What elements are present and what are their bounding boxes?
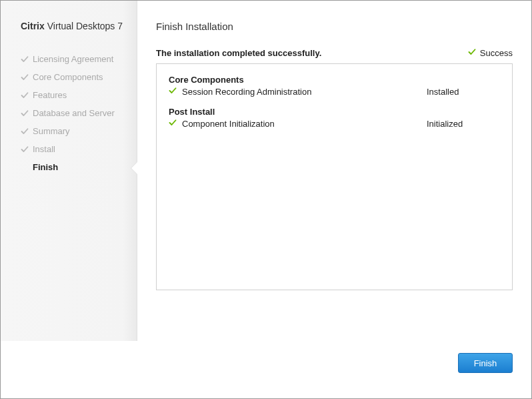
check-icon bbox=[21, 127, 29, 135]
product-title-name: Virtual Desktops 7 bbox=[45, 21, 123, 31]
status-row: The installation completed successfully.… bbox=[156, 48, 513, 58]
result-item-state: Installed bbox=[427, 87, 500, 97]
wizard-step: Database and Server bbox=[21, 104, 137, 122]
content-area: Finish Installation The installation com… bbox=[137, 1, 531, 341]
status-message: The installation completed successfully. bbox=[156, 48, 321, 58]
check-icon bbox=[169, 119, 178, 129]
check-icon bbox=[21, 73, 29, 81]
wizard-step-label: Database and Server bbox=[33, 108, 115, 118]
wizard-step: Features bbox=[21, 86, 137, 104]
result-item: Session Recording AdministrationInstalle… bbox=[169, 86, 500, 97]
wizard-step: Install bbox=[21, 140, 137, 158]
finish-button[interactable]: Finish bbox=[458, 353, 513, 373]
result-item-state: Initialized bbox=[427, 119, 500, 129]
sidebar: Citrix Virtual Desktops 7 Licensing Agre… bbox=[1, 1, 137, 341]
result-item-name: Component Initialization bbox=[182, 119, 427, 129]
check-icon bbox=[21, 145, 29, 153]
wizard-step: Licensing Agreement bbox=[21, 50, 137, 68]
section-title: Core Components bbox=[169, 75, 500, 85]
wizard-step-label: Features bbox=[33, 90, 67, 100]
page-title: Finish Installation bbox=[156, 21, 513, 32]
wizard-step: Summary bbox=[21, 122, 137, 140]
step-indicator-notch bbox=[131, 162, 137, 174]
result-item: Component InitializationInitialized bbox=[169, 118, 500, 129]
wizard-step: Finish bbox=[21, 158, 137, 176]
wizard-step-label: Install bbox=[33, 144, 55, 154]
product-title: Citrix Virtual Desktops 7 bbox=[21, 21, 137, 31]
wizard-step: Core Components bbox=[21, 68, 137, 86]
wizard-step-label: Summary bbox=[33, 126, 70, 136]
results-panel: Core ComponentsSession Recording Adminis… bbox=[156, 63, 513, 290]
check-icon bbox=[21, 55, 29, 63]
wizard-step-label: Core Components bbox=[33, 72, 103, 82]
result-item-name: Session Recording Administration bbox=[182, 87, 427, 97]
check-icon bbox=[468, 48, 476, 58]
status-badge: Success bbox=[468, 48, 513, 58]
main-area: Citrix Virtual Desktops 7 Licensing Agre… bbox=[1, 1, 531, 341]
product-title-brand: Citrix bbox=[21, 21, 45, 31]
wizard-step-label: Finish bbox=[33, 162, 58, 172]
installer-window: Citrix Virtual Desktops 7 Licensing Agre… bbox=[0, 0, 532, 399]
section-title: Post Install bbox=[169, 107, 500, 117]
footer: Finish bbox=[1, 341, 531, 398]
check-icon bbox=[21, 109, 29, 117]
wizard-step-label: Licensing Agreement bbox=[33, 54, 113, 64]
wizard-steps: Licensing AgreementCore ComponentsFeatur… bbox=[21, 50, 137, 176]
status-label: Success bbox=[480, 48, 513, 58]
check-icon bbox=[21, 91, 29, 99]
check-icon bbox=[169, 87, 178, 97]
